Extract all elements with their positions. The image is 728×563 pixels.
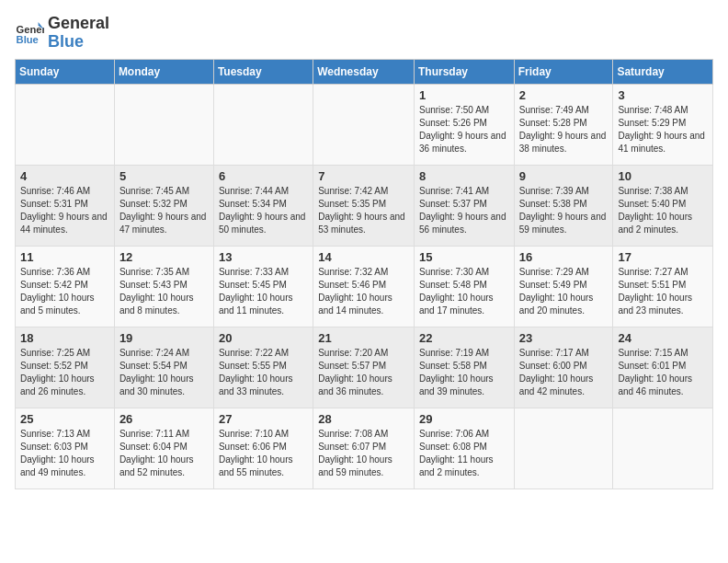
day-info: Daylight: 10 hours and 11 minutes. bbox=[219, 292, 308, 317]
day-info: Sunset: 5:35 PM bbox=[318, 198, 409, 211]
day-info: Sunrise: 7:27 AM bbox=[618, 266, 708, 279]
day-info: Sunrise: 7:36 AM bbox=[20, 266, 109, 279]
day-info: Sunrise: 7:32 AM bbox=[318, 266, 409, 279]
day-info: Daylight: 9 hours and 44 minutes. bbox=[20, 211, 109, 236]
day-info: Daylight: 9 hours and 56 minutes. bbox=[419, 211, 509, 236]
calendar-cell: 21Sunrise: 7:20 AMSunset: 5:57 PMDayligh… bbox=[313, 327, 415, 408]
day-info: Daylight: 11 hours and 2 minutes. bbox=[419, 454, 509, 479]
calendar-cell: 16Sunrise: 7:29 AMSunset: 5:49 PMDayligh… bbox=[514, 246, 613, 327]
calendar-cell: 29Sunrise: 7:06 AMSunset: 6:08 PMDayligh… bbox=[414, 408, 514, 488]
day-info: Sunrise: 7:19 AM bbox=[419, 347, 509, 360]
day-number: 16 bbox=[519, 250, 609, 264]
day-info: Daylight: 9 hours and 50 minutes. bbox=[219, 211, 308, 236]
day-info: Daylight: 10 hours and 23 minutes. bbox=[618, 292, 708, 317]
day-info: Daylight: 10 hours and 42 minutes. bbox=[519, 373, 609, 398]
day-info: Sunset: 5:54 PM bbox=[119, 360, 209, 373]
day-info: Sunrise: 7:35 AM bbox=[119, 266, 209, 279]
calendar-header: SundayMondayTuesdayWednesdayThursdayFrid… bbox=[16, 59, 713, 84]
calendar-cell: 5Sunrise: 7:45 AMSunset: 5:32 PMDaylight… bbox=[114, 165, 213, 246]
day-info: Daylight: 10 hours and 5 minutes. bbox=[20, 292, 109, 317]
calendar-cell: 17Sunrise: 7:27 AMSunset: 5:51 PMDayligh… bbox=[613, 246, 713, 327]
day-info: Daylight: 10 hours and 30 minutes. bbox=[119, 373, 209, 398]
day-info: Daylight: 10 hours and 49 minutes. bbox=[20, 454, 109, 479]
day-info: Sunset: 5:28 PM bbox=[519, 117, 609, 130]
day-number: 23 bbox=[519, 331, 609, 345]
logo: General Blue General Blue bbox=[15, 15, 109, 52]
day-number: 7 bbox=[318, 169, 409, 183]
day-number: 20 bbox=[219, 331, 308, 345]
day-number: 26 bbox=[119, 412, 209, 426]
day-info: Daylight: 10 hours and 36 minutes. bbox=[318, 373, 409, 398]
day-info: Sunset: 6:04 PM bbox=[119, 441, 209, 454]
day-number: 4 bbox=[20, 169, 109, 183]
day-info: Sunset: 5:38 PM bbox=[519, 198, 609, 211]
day-info: Sunrise: 7:49 AM bbox=[519, 104, 609, 117]
header-day-thursday: Thursday bbox=[414, 59, 514, 84]
day-info: Sunrise: 7:29 AM bbox=[519, 266, 609, 279]
day-number: 19 bbox=[119, 331, 209, 345]
day-info: Sunrise: 7:48 AM bbox=[618, 104, 708, 117]
day-number: 22 bbox=[419, 331, 509, 345]
calendar-cell: 11Sunrise: 7:36 AMSunset: 5:42 PMDayligh… bbox=[16, 246, 115, 327]
day-number: 12 bbox=[119, 250, 209, 264]
calendar-week-0: 1Sunrise: 7:50 AMSunset: 5:26 PMDaylight… bbox=[16, 84, 713, 165]
day-info: Sunset: 5:42 PM bbox=[20, 279, 109, 292]
day-info: Sunset: 5:40 PM bbox=[618, 198, 708, 211]
day-info: Sunrise: 7:33 AM bbox=[219, 266, 308, 279]
day-info: Daylight: 10 hours and 20 minutes. bbox=[519, 292, 609, 317]
calendar-cell bbox=[514, 408, 613, 488]
calendar-cell: 20Sunrise: 7:22 AMSunset: 5:55 PMDayligh… bbox=[213, 327, 313, 408]
day-number: 1 bbox=[419, 88, 509, 102]
calendar-cell: 12Sunrise: 7:35 AMSunset: 5:43 PMDayligh… bbox=[114, 246, 213, 327]
calendar-week-2: 11Sunrise: 7:36 AMSunset: 5:42 PMDayligh… bbox=[16, 246, 713, 327]
calendar-cell: 10Sunrise: 7:38 AMSunset: 5:40 PMDayligh… bbox=[613, 165, 713, 246]
day-number: 13 bbox=[219, 250, 308, 264]
calendar-cell bbox=[313, 84, 415, 165]
day-number: 17 bbox=[618, 250, 708, 264]
header-day-wednesday: Wednesday bbox=[313, 59, 415, 84]
page-header: General Blue General Blue bbox=[15, 15, 713, 52]
day-info: Sunrise: 7:08 AM bbox=[318, 428, 409, 441]
day-info: Sunrise: 7:38 AM bbox=[618, 185, 708, 198]
day-info: Daylight: 10 hours and 17 minutes. bbox=[419, 292, 509, 317]
day-info: Sunset: 5:52 PM bbox=[20, 360, 109, 373]
header-row: SundayMondayTuesdayWednesdayThursdayFrid… bbox=[16, 59, 713, 84]
day-info: Sunset: 6:01 PM bbox=[618, 360, 708, 373]
day-info: Sunset: 5:55 PM bbox=[219, 360, 308, 373]
day-info: Sunset: 5:48 PM bbox=[419, 279, 509, 292]
day-number: 5 bbox=[119, 169, 209, 183]
day-info: Sunrise: 7:15 AM bbox=[618, 347, 708, 360]
day-info: Sunset: 6:07 PM bbox=[318, 441, 409, 454]
day-info: Sunset: 5:37 PM bbox=[419, 198, 509, 211]
day-info: Daylight: 10 hours and 14 minutes. bbox=[318, 292, 409, 317]
day-info: Sunrise: 7:30 AM bbox=[419, 266, 509, 279]
calendar-week-4: 25Sunrise: 7:13 AMSunset: 6:03 PMDayligh… bbox=[16, 408, 713, 488]
day-info: Sunrise: 7:17 AM bbox=[519, 347, 609, 360]
day-info: Sunrise: 7:13 AM bbox=[20, 428, 109, 441]
day-info: Daylight: 10 hours and 59 minutes. bbox=[318, 454, 409, 479]
logo-icon: General Blue bbox=[15, 18, 44, 48]
calendar-cell: 26Sunrise: 7:11 AMSunset: 6:04 PMDayligh… bbox=[114, 408, 213, 488]
calendar-cell: 25Sunrise: 7:13 AMSunset: 6:03 PMDayligh… bbox=[16, 408, 115, 488]
day-info: Sunset: 5:32 PM bbox=[119, 198, 209, 211]
day-number: 27 bbox=[219, 412, 308, 426]
day-info: Sunset: 6:08 PM bbox=[419, 441, 509, 454]
day-info: Sunset: 6:03 PM bbox=[20, 441, 109, 454]
day-info: Sunrise: 7:22 AM bbox=[219, 347, 308, 360]
calendar-cell bbox=[213, 84, 313, 165]
day-info: Daylight: 10 hours and 46 minutes. bbox=[618, 373, 708, 398]
day-info: Sunset: 5:26 PM bbox=[419, 117, 509, 130]
day-info: Sunrise: 7:46 AM bbox=[20, 185, 109, 198]
calendar-cell: 22Sunrise: 7:19 AMSunset: 5:58 PMDayligh… bbox=[414, 327, 514, 408]
day-number: 18 bbox=[20, 331, 109, 345]
day-info: Sunset: 6:06 PM bbox=[219, 441, 308, 454]
day-number: 29 bbox=[419, 412, 509, 426]
day-number: 9 bbox=[519, 169, 609, 183]
svg-text:Blue: Blue bbox=[17, 34, 39, 45]
day-info: Daylight: 10 hours and 8 minutes. bbox=[119, 292, 209, 317]
day-info: Sunrise: 7:20 AM bbox=[318, 347, 409, 360]
day-info: Sunrise: 7:50 AM bbox=[419, 104, 509, 117]
day-info: Daylight: 9 hours and 41 minutes. bbox=[618, 130, 708, 155]
day-info: Daylight: 9 hours and 53 minutes. bbox=[318, 211, 409, 236]
calendar-cell: 23Sunrise: 7:17 AMSunset: 6:00 PMDayligh… bbox=[514, 327, 613, 408]
